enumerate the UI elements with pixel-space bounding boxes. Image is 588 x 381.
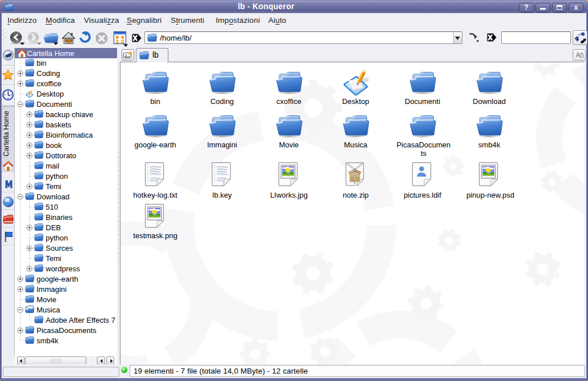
svg-text:Musica: Musica [37, 306, 61, 314]
svg-text:PicasaDocuments: PicasaDocuments [37, 326, 96, 335]
svg-text:python: python [46, 172, 68, 181]
svg-text:backup chiave: backup chiave [46, 110, 93, 119]
svg-text:baskets: baskets [46, 121, 71, 129]
svg-text:smb4k: smb4k [37, 336, 59, 345]
svg-text:DEB: DEB [46, 223, 61, 232]
svg-text:wordpress: wordpress [45, 264, 80, 273]
svg-text:510: 510 [46, 203, 58, 211]
svg-text:Sources: Sources [46, 244, 73, 252]
svg-text:mail: mail [46, 162, 59, 170]
svg-text:Desktop: Desktop [37, 90, 64, 98]
svg-text:python: python [46, 234, 68, 242]
svg-text:Coding: Coding [37, 69, 60, 78]
svg-text:Adobe After Effects 7 P: Adobe After Effects 7 P [46, 316, 117, 324]
svg-text:Temi: Temi [46, 182, 62, 191]
svg-text:Dottorato: Dottorato [46, 151, 76, 160]
svg-text:cxoffice: cxoffice [37, 79, 62, 88]
svg-text:Immagini: Immagini [37, 285, 67, 294]
svg-text:book: book [46, 141, 62, 150]
svg-text:google-earth: google-earth [37, 275, 78, 283]
svg-text:Documenti: Documenti [37, 100, 72, 109]
svg-text:Temi: Temi [46, 254, 62, 263]
svg-text:bin: bin [37, 59, 46, 67]
svg-text:Bioinformatica: Bioinformatica [46, 131, 93, 139]
svg-text:Download: Download [37, 192, 70, 201]
svg-text:Movie: Movie [37, 295, 57, 304]
svg-text:Binaries: Binaries [46, 213, 73, 222]
